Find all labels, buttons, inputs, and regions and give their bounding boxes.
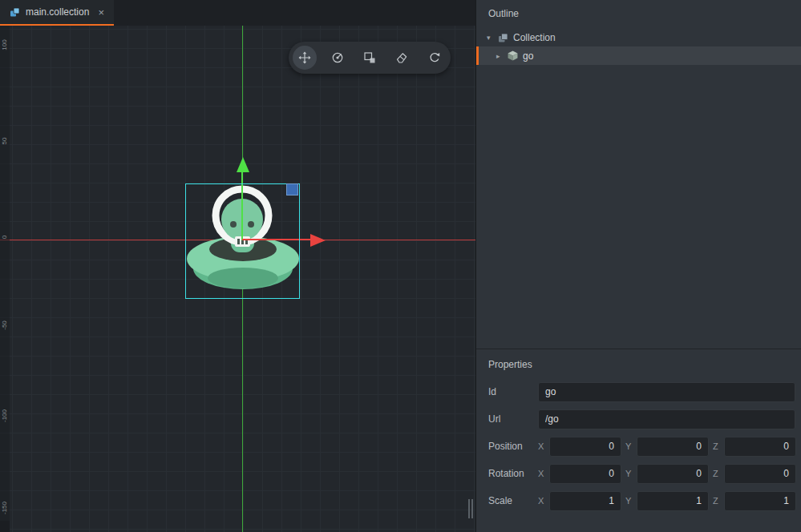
position-x-field[interactable] xyxy=(549,437,621,457)
property-row-id: Id xyxy=(476,378,801,405)
rotate-icon xyxy=(331,51,344,64)
rotation-y-field[interactable] xyxy=(637,464,709,484)
axis-label-y: Y xyxy=(625,469,637,478)
ruler-tick: 100 xyxy=(0,37,10,53)
property-label: Id xyxy=(488,386,538,397)
ruler-tick: 50 xyxy=(0,133,10,149)
scale-tool-button[interactable] xyxy=(358,46,382,70)
axis-label-x: X xyxy=(538,441,549,451)
rotation-z-field[interactable] xyxy=(724,464,796,484)
axis-label-z: Z xyxy=(713,441,724,451)
property-label: Url xyxy=(488,413,538,425)
collection-file-icon xyxy=(10,7,20,18)
ruler-tick: -100 xyxy=(0,408,10,424)
selection-corner-handle[interactable] xyxy=(286,183,298,195)
vertical-ruler: 100 50 0 -50 -100 -150 xyxy=(0,26,10,532)
scale-y-field[interactable] xyxy=(637,491,709,511)
tab-close-icon[interactable]: × xyxy=(98,6,104,18)
position-z-field[interactable] xyxy=(724,437,796,457)
outline-panel: Outline ▾ Collection ▸ xyxy=(476,0,801,349)
property-row-rotation: Rotation X Y Z xyxy=(476,460,801,487)
tab-label: main.collection xyxy=(26,6,89,18)
collection-icon xyxy=(498,33,508,43)
move-gizmo-x-arrow[interactable] xyxy=(309,233,326,248)
outline-item-label: Collection xyxy=(513,32,556,43)
property-row-scale: Scale X Y Z xyxy=(476,487,801,514)
axis-label-y: Y xyxy=(625,441,637,451)
ruler-tick: -150 xyxy=(0,500,10,516)
scale-z-field[interactable] xyxy=(724,491,796,511)
editor-tab-bar: main.collection × xyxy=(0,0,475,26)
panel-splitter-grip[interactable] xyxy=(468,499,473,518)
scene-editor-pane: main.collection × xyxy=(0,0,475,532)
outline-title: Outline xyxy=(476,0,801,19)
move-icon xyxy=(298,51,311,64)
outline-item-go[interactable]: ▸ go xyxy=(476,46,801,65)
axis-label-x: X xyxy=(538,469,549,478)
selection-bounding-box xyxy=(185,183,300,299)
url-field[interactable] xyxy=(538,409,795,429)
axis-label-z: Z xyxy=(713,496,724,506)
scale-x-field[interactable] xyxy=(549,491,621,511)
outline-tree: ▾ Collection ▸ go xyxy=(476,29,801,65)
id-field[interactable] xyxy=(538,382,795,402)
rotate-tool-button[interactable] xyxy=(326,46,350,70)
property-row-position: Position X Y Z xyxy=(476,433,801,460)
ruler-tick: 0 xyxy=(0,229,10,245)
caret-right-icon[interactable]: ▸ xyxy=(496,52,508,60)
axis-label-z: Z xyxy=(713,469,724,478)
property-label: Rotation xyxy=(488,468,538,479)
tab-main-collection[interactable]: main.collection × xyxy=(0,0,114,26)
outline-item-collection[interactable]: ▾ Collection xyxy=(476,29,801,46)
properties-panel: Properties Id Url Position X Y Z Rotatio… xyxy=(476,349,801,532)
game-object-cube-icon xyxy=(508,50,518,61)
eraser-icon xyxy=(395,51,408,64)
axis-label-y: Y xyxy=(625,496,637,506)
move-gizmo-y-arrow[interactable] xyxy=(236,157,250,173)
axis-label-x: X xyxy=(538,496,549,506)
outline-item-label: go xyxy=(523,50,533,62)
defold-editor-window: main.collection × xyxy=(0,0,801,532)
right-panel: Outline ▾ Collection ▸ xyxy=(475,0,801,532)
ruler-corner-box xyxy=(0,521,10,532)
eraser-tool-button[interactable] xyxy=(390,46,414,70)
refresh-icon xyxy=(428,51,441,64)
property-row-url: Url xyxy=(476,405,801,433)
property-label: Scale xyxy=(488,495,538,506)
properties-title: Properties xyxy=(476,349,801,378)
caret-down-icon[interactable]: ▾ xyxy=(487,34,498,42)
refresh-tool-button[interactable] xyxy=(423,46,447,70)
scale-icon xyxy=(363,51,376,64)
position-y-field[interactable] xyxy=(637,437,709,457)
rotation-x-field[interactable] xyxy=(549,464,621,484)
ruler-tick: -50 xyxy=(0,317,10,333)
move-tool-button[interactable] xyxy=(293,46,317,70)
property-label: Position xyxy=(488,441,538,452)
scene-toolbar xyxy=(289,42,451,74)
scene-viewport[interactable]: 100 50 0 -50 -100 -150 xyxy=(0,26,475,532)
